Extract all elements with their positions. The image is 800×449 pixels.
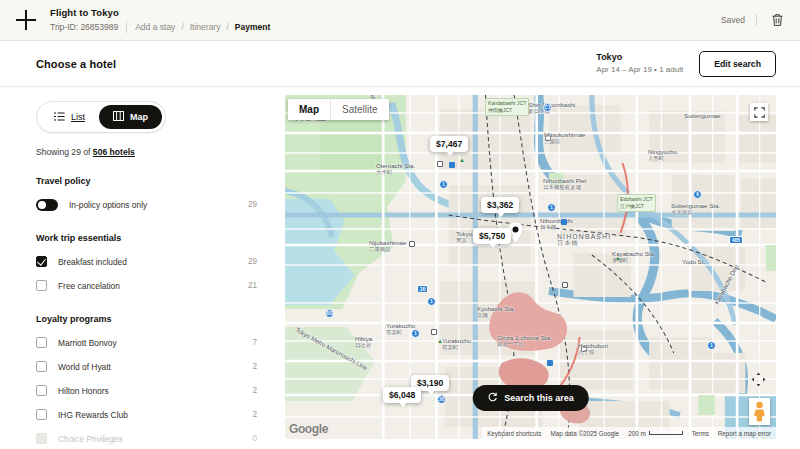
destination-label: Tokyo bbox=[596, 51, 683, 63]
saved-status: Saved bbox=[721, 15, 745, 25]
highway-shield-icon: 20 bbox=[437, 395, 446, 404]
checkbox-ihg-rewards-club[interactable] bbox=[36, 409, 47, 420]
filter-group-loyalty-programs: Loyalty programs Marriott Bonvoy 7 World… bbox=[36, 314, 285, 449]
pegman-icon[interactable] bbox=[749, 398, 770, 425]
filter-group-work-trip-essentials: Work trip essentials Breakfast included … bbox=[36, 233, 285, 295]
trip-title: Flight to Tokyo bbox=[50, 7, 270, 19]
filter-count: 2 bbox=[252, 362, 285, 371]
results-count-total[interactable]: 506 hotels bbox=[93, 147, 135, 157]
station-icon bbox=[437, 161, 443, 167]
checkbox-free-cancelation[interactable] bbox=[36, 280, 47, 291]
highway-shield-icon: 6 bbox=[693, 190, 702, 199]
filter-row-breakfast-included[interactable]: Breakfast included 29 bbox=[36, 252, 285, 271]
search-this-area-label: Search this area bbox=[504, 393, 574, 403]
plus-compass-icon[interactable] bbox=[14, 8, 38, 32]
filter-count: 21 bbox=[248, 281, 285, 290]
park-icon: ▲ bbox=[459, 157, 465, 163]
park-icon: ▲ bbox=[437, 338, 443, 344]
filter-count: 2 bbox=[252, 410, 285, 419]
filter-group-title: Loyalty programs bbox=[36, 314, 285, 324]
filter-row-world-of-hyatt[interactable]: World of Hyatt 2 bbox=[36, 357, 285, 376]
edit-search-button[interactable]: Edit search bbox=[699, 51, 776, 77]
highway-shield-icon: 1 bbox=[411, 329, 420, 338]
filter-row-choice-privileges: Choice Privileges 0 bbox=[36, 429, 285, 448]
filter-count: 7 bbox=[252, 338, 285, 347]
station-icon bbox=[409, 241, 415, 247]
checkbox-choice-privileges bbox=[36, 433, 47, 444]
filter-row-hilton-honors[interactable]: Hilton Honors 2 bbox=[36, 381, 285, 400]
filter-label: Hilton Honors bbox=[58, 386, 109, 396]
filter-label: Marriott Bonvoy bbox=[58, 338, 117, 348]
search-this-area-button[interactable]: Search this area bbox=[472, 385, 589, 411]
list-icon bbox=[54, 112, 65, 123]
highway-shield-icon: 1 bbox=[427, 297, 436, 306]
filter-row-in-policy-options-only[interactable]: In-policy options only 29 bbox=[36, 195, 285, 214]
breadcrumb-separator: / bbox=[181, 21, 183, 33]
map-canvas[interactable]: Map Satellite bbox=[285, 95, 776, 439]
view-toggle-map[interactable]: Map bbox=[99, 105, 162, 129]
map-column: Map Satellite bbox=[285, 87, 800, 449]
view-toggle: List Map bbox=[36, 101, 166, 133]
highway-shield-icon: 1 bbox=[707, 341, 716, 350]
filter-group-title: Travel policy bbox=[36, 176, 285, 186]
filter-row-marriott-bonvoy[interactable]: Marriott Bonvoy 7 bbox=[36, 333, 285, 352]
filters-sidebar: List Map Showing 29 of 506 hotels Travel… bbox=[0, 87, 285, 449]
filter-label: World of Hyatt bbox=[58, 362, 111, 372]
filter-label: Breakfast included bbox=[58, 257, 127, 267]
filter-count: 0 bbox=[252, 434, 285, 443]
highway-shield-icon: 20 bbox=[417, 285, 428, 293]
map-scale: 200 m bbox=[628, 430, 683, 437]
park-icon: ▲ bbox=[615, 255, 621, 261]
highway-shield-icon: C1 bbox=[543, 103, 552, 112]
checkbox-marriott-bonvoy[interactable] bbox=[36, 337, 47, 348]
station-icon bbox=[581, 346, 587, 352]
highway-shield-icon: 1 bbox=[547, 203, 556, 212]
metro-icon bbox=[561, 219, 567, 225]
map-type-satellite[interactable]: Satellite bbox=[330, 99, 389, 120]
divider bbox=[126, 21, 127, 33]
google-watermark: Google bbox=[289, 422, 328, 436]
report-map-error-link[interactable]: Report a map error bbox=[718, 430, 771, 437]
filter-count: 29 bbox=[248, 200, 285, 209]
price-pin[interactable]: $5,750 bbox=[473, 228, 511, 244]
highway-shield-icon: 1 bbox=[439, 180, 448, 189]
breadcrumb-item-itinerary[interactable]: Itinerary bbox=[190, 21, 221, 33]
filter-group-travel-policy: Travel policy In-policy options only 29 bbox=[36, 176, 285, 214]
search-summary: Tokyo Apr 14 – Apr 19 • 1 adult bbox=[596, 51, 683, 76]
checkbox-hilton-honors[interactable] bbox=[36, 385, 47, 396]
in-policy-toggle[interactable] bbox=[36, 199, 58, 211]
filter-label: Free cancelation bbox=[58, 281, 120, 291]
map-attribution: Keyboard shortcuts Map data ©2025 Google… bbox=[482, 427, 776, 439]
page-subheader: Choose a hotel Tokyo Apr 14 – Apr 19 • 1… bbox=[0, 41, 800, 87]
filter-row-ihg-rewards-club[interactable]: IHG Rewards Club 2 bbox=[36, 405, 285, 424]
checkbox-breakfast-included[interactable] bbox=[36, 256, 47, 267]
view-toggle-list[interactable]: List bbox=[40, 105, 99, 129]
filter-count: 2 bbox=[252, 386, 285, 395]
price-pin[interactable]: $6,048 bbox=[383, 387, 421, 403]
price-pin[interactable]: $3,362 bbox=[481, 197, 519, 213]
filter-label: In-policy options only bbox=[69, 200, 147, 210]
checkbox-world-of-hyatt[interactable] bbox=[36, 361, 47, 372]
trash-icon[interactable] bbox=[768, 11, 786, 29]
map-scale-bar bbox=[649, 431, 683, 435]
filter-row-free-cancelation[interactable]: Free cancelation 21 bbox=[36, 276, 285, 295]
breadcrumb-item-payment[interactable]: Payment bbox=[235, 21, 270, 33]
map-type-map[interactable]: Map bbox=[288, 99, 330, 120]
breadcrumb: Add a stay / Itinerary / Payment bbox=[135, 21, 270, 33]
results-count: Showing 29 of 506 hotels bbox=[36, 147, 285, 157]
filter-label: Choice Privileges bbox=[58, 434, 123, 444]
station-icon bbox=[431, 329, 437, 335]
pan-arrows-icon[interactable] bbox=[751, 372, 766, 387]
keyboard-shortcuts-label[interactable]: Keyboard shortcuts bbox=[487, 430, 541, 437]
fullscreen-icon[interactable] bbox=[750, 103, 768, 121]
map-type-toggle: Map Satellite bbox=[288, 99, 389, 120]
stay-meta-label: Apr 14 – Apr 19 • 1 adult bbox=[596, 64, 683, 76]
divider bbox=[756, 14, 757, 26]
breadcrumb-item-add-a-stay[interactable]: Add a stay bbox=[135, 21, 175, 33]
map-data-label: Map data ©2025 Google bbox=[550, 430, 619, 437]
price-pin[interactable]: $7,467 bbox=[430, 136, 468, 152]
terms-link[interactable]: Terms bbox=[692, 430, 709, 437]
top-bar: Flight to Tokyo Trip-ID: 26853989 Add a … bbox=[0, 0, 800, 41]
results-count-prefix: Showing 29 of bbox=[36, 147, 93, 157]
metro-icon bbox=[547, 360, 553, 366]
